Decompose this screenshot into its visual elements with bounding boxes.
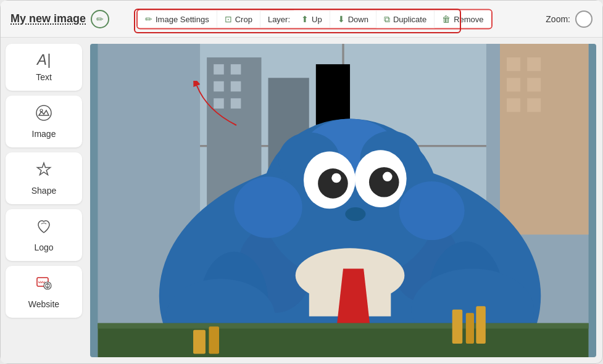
svg-point-47 [331,173,341,183]
svg-rect-60 [193,330,206,354]
page-title: My new image [10,12,86,25]
canvas-area [87,38,602,363]
sidebar-item-logo[interactable]: Logo [6,209,82,261]
app-container: My new image ✏ ✏ Image Settings ⊡ Crop L… [0,0,603,364]
remove-label: Remove [454,14,483,23]
svg-rect-56 [98,323,588,329]
canvas-image[interactable] [90,44,596,357]
svg-rect-23 [507,57,520,71]
canvas-svg [90,44,596,357]
svg-point-46 [369,167,399,197]
sidebar-image-label: Image [32,129,56,139]
main-content: A| Text Image [1,38,602,363]
edit-title-button[interactable]: ✏ [91,10,109,28]
svg-text:www: www [38,279,45,284]
svg-rect-22 [500,44,589,234]
zoom-control[interactable] [575,10,593,28]
sidebar-item-shape[interactable]: Shape [6,152,82,204]
crop-button[interactable]: ⊡ Crop [217,10,260,28]
svg-point-48 [383,172,392,181]
up-icon: ⬆ [301,14,309,24]
sidebar-logo-label: Logo [34,242,53,252]
svg-rect-28 [527,98,541,112]
svg-rect-20 [214,98,224,109]
layer-down-button[interactable]: ⬇ Down [330,10,376,28]
header: My new image ✏ ✏ Image Settings ⊡ Crop L… [1,1,602,38]
svg-rect-58 [466,313,474,344]
duplicate-label: Duplicate [393,14,426,23]
svg-point-45 [318,168,348,199]
svg-point-49 [345,207,365,221]
svg-rect-26 [527,78,541,91]
svg-rect-25 [507,78,520,91]
up-label: Up [312,14,322,23]
sidebar-item-image[interactable]: Image [6,96,82,147]
svg-rect-27 [507,98,520,112]
remove-icon: 🗑 [442,14,451,24]
logo-icon [35,218,52,238]
sidebar-text-label: Text [36,72,52,82]
pencil-icon: ✏ [96,14,104,24]
sidebar: A| Text Image [1,38,87,363]
down-icon: ⬇ [338,14,345,24]
svg-rect-61 [209,326,219,354]
svg-rect-19 [231,81,241,92]
down-label: Down [348,14,368,23]
crop-label: Crop [235,14,252,23]
svg-rect-17 [231,64,241,75]
svg-rect-24 [527,57,541,71]
svg-point-38 [234,176,302,238]
sidebar-shape-label: Shape [31,186,56,196]
image-icon [35,104,52,124]
svg-rect-57 [452,310,463,344]
svg-rect-59 [476,306,485,344]
duplicate-button[interactable]: ⧉ Duplicate [376,10,435,28]
layer-label: Layer: [260,10,294,27]
shape-icon [35,161,52,181]
svg-rect-16 [214,64,224,75]
sidebar-item-text[interactable]: A| Text [6,44,82,91]
sidebar-website-label: Website [28,299,59,309]
zoom-label: Zoom: [546,14,570,24]
duplicate-icon: ⧉ [384,14,390,24]
website-icon: www [35,275,52,294]
text-icon: A| [37,52,51,67]
toolbar: ✏ Image Settings ⊡ Crop Layer: ⬆ Up ⬇ Do… [136,9,493,29]
image-settings-label: Image Settings [156,14,209,23]
layer-up-button[interactable]: ⬆ Up [294,10,330,28]
zoom-area: Zoom: [546,10,593,28]
svg-point-0 [36,105,51,120]
image-settings-button[interactable]: ✏ Image Settings [138,10,217,28]
remove-button[interactable]: 🗑 Remove [435,10,491,28]
sidebar-item-website[interactable]: www Website [6,266,82,318]
image-settings-icon: ✏ [145,14,152,24]
svg-point-39 [399,181,465,240]
title-area: My new image ✏ [10,10,109,28]
crop-icon: ⊡ [225,14,232,24]
svg-rect-21 [231,98,241,109]
svg-rect-18 [214,81,224,92]
